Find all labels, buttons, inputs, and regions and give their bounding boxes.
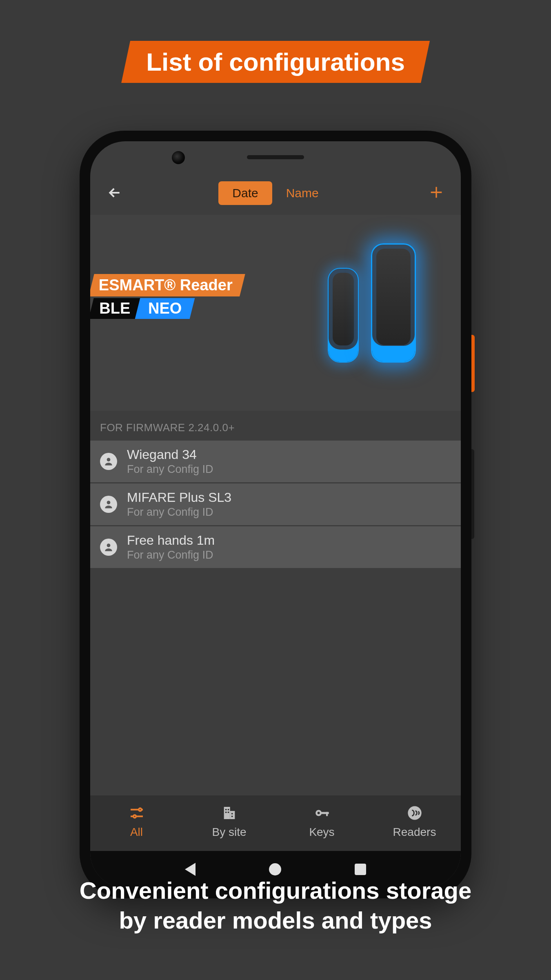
svg-point-14	[317, 812, 320, 814]
phone-speaker	[247, 155, 304, 159]
config-subtitle: For any Config ID	[127, 549, 215, 561]
badge-neo: NEO	[135, 298, 195, 319]
svg-rect-12	[231, 816, 233, 817]
nav-keys[interactable]: Keys	[289, 804, 355, 839]
svg-point-2	[107, 543, 111, 547]
android-home-button[interactable]	[269, 863, 281, 875]
nav-by-site[interactable]: By site	[197, 804, 262, 839]
person-icon	[100, 453, 117, 470]
svg-rect-10	[227, 812, 229, 813]
app-screen: Date Name ESMART® Reader BLE NEO FOR FIR…	[90, 141, 461, 888]
footer-caption: Convenient configurations storage by rea…	[0, 876, 551, 935]
svg-point-3	[139, 808, 142, 811]
back-button[interactable]	[107, 185, 127, 205]
config-item[interactable]: MIFARE Plus SL3 For any Config ID	[90, 483, 461, 525]
circle-home-icon	[269, 863, 281, 875]
svg-rect-6	[230, 811, 235, 819]
android-recent-button[interactable]	[355, 864, 366, 875]
page-title-banner: List of configurations	[121, 41, 430, 83]
brand-labels: ESMART® Reader BLE NEO	[90, 274, 240, 319]
device-large	[371, 243, 416, 363]
plus-icon	[428, 184, 444, 200]
config-subtitle: For any Config ID	[127, 506, 231, 519]
device-images	[328, 243, 416, 363]
nav-all[interactable]: All	[104, 804, 169, 839]
nav-all-label: All	[130, 826, 143, 839]
firmware-section-header: FOR FIRMWARE 2.24.0.0+	[90, 411, 461, 441]
person-icon	[100, 539, 117, 556]
brand-name-badge: ESMART® Reader	[90, 274, 245, 296]
footer-line1: Convenient configurations storage	[0, 876, 551, 906]
phone-frame: Date Name ESMART® Reader BLE NEO FOR FIR…	[80, 131, 471, 898]
svg-rect-7	[225, 809, 227, 810]
bottom-nav: All By site Keys Readers	[90, 795, 461, 851]
footer-line2: by reader models and types	[0, 906, 551, 935]
device-small	[328, 268, 359, 363]
page-title: List of configurations	[146, 47, 405, 76]
phone-camera	[172, 151, 185, 164]
config-list: Wiegand 34 For any Config ID MIFARE Plus…	[90, 441, 461, 568]
app-header: Date Name	[90, 141, 461, 215]
sort-date-button[interactable]: Date	[218, 181, 272, 205]
sort-name-button[interactable]: Name	[272, 181, 333, 205]
back-arrow-icon	[107, 185, 123, 201]
config-item[interactable]: Wiegand 34 For any Config ID	[90, 441, 461, 482]
nav-readers[interactable]: Readers	[382, 804, 447, 839]
svg-point-1	[107, 501, 111, 504]
readers-icon	[407, 804, 423, 822]
person-icon	[100, 496, 117, 513]
key-icon	[314, 804, 330, 822]
add-button[interactable]	[424, 183, 444, 205]
config-title: Wiegand 34	[127, 447, 213, 462]
building-icon	[221, 804, 238, 822]
android-back-button[interactable]	[185, 863, 196, 876]
svg-point-4	[133, 815, 136, 818]
sliders-icon	[129, 804, 145, 822]
nav-readers-label: Readers	[393, 826, 436, 839]
config-title: Free hands 1m	[127, 533, 215, 548]
hero-section: ESMART® Reader BLE NEO	[90, 215, 461, 411]
svg-rect-11	[231, 813, 233, 814]
config-item[interactable]: Free hands 1m For any Config ID	[90, 526, 461, 568]
config-title: MIFARE Plus SL3	[127, 490, 231, 505]
nav-keys-label: Keys	[309, 826, 334, 839]
square-recent-icon	[355, 864, 366, 875]
svg-rect-8	[227, 809, 229, 810]
brand-name: ESMART® Reader	[99, 276, 233, 294]
svg-rect-9	[225, 812, 227, 813]
triangle-back-icon	[185, 863, 196, 876]
sort-segment: Date Name	[218, 181, 332, 205]
svg-point-0	[107, 458, 111, 461]
config-subtitle: For any Config ID	[127, 463, 213, 476]
svg-rect-5	[224, 807, 230, 819]
nav-by-site-label: By site	[212, 826, 246, 839]
svg-rect-16	[326, 812, 328, 816]
